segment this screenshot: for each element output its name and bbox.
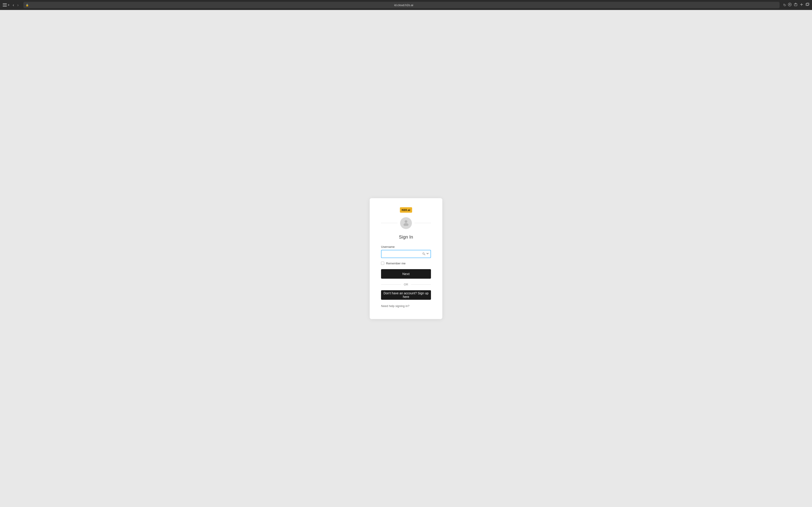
svg-rect-2: [3, 6, 7, 7]
lock-icon: 🔒: [26, 4, 29, 7]
or-line-right: [411, 284, 431, 285]
share-icon[interactable]: [794, 3, 798, 7]
reload-button[interactable]: ↻: [783, 3, 786, 7]
login-card: H2O.ai Sign In Username: [370, 198, 442, 319]
tabs-icon[interactable]: [806, 3, 809, 7]
svg-rect-1: [3, 5, 7, 5]
svg-point-8: [404, 223, 408, 226]
svg-rect-0: [3, 3, 7, 4]
remember-me-label[interactable]: Remember me: [386, 262, 406, 265]
logo-container: H2O.ai: [400, 207, 412, 213]
new-tab-icon[interactable]: [800, 3, 803, 7]
username-label: Username: [381, 245, 431, 248]
nav-buttons: ‹ ›: [11, 2, 20, 7]
address-bar[interactable]: 🔒 id.cloud.h2o.ai: [23, 2, 779, 8]
next-button[interactable]: Next: [381, 269, 431, 279]
sidebar-toggle[interactable]: [3, 3, 10, 7]
username-form-group: Username: [381, 245, 431, 258]
user-icon: [403, 219, 409, 227]
svg-point-7: [405, 220, 407, 223]
forward-button[interactable]: ›: [16, 2, 20, 7]
or-divider: OR: [381, 283, 431, 286]
help-link[interactable]: Need help signing in?: [381, 304, 409, 308]
signup-button[interactable]: Don't have an account? Sign up here: [381, 290, 431, 300]
username-input-wrapper: [381, 250, 431, 258]
back-button[interactable]: ‹: [11, 2, 15, 7]
sign-in-title: Sign In: [399, 234, 413, 240]
download-icon[interactable]: [788, 3, 792, 7]
avatar-section: [381, 217, 431, 229]
browser-chrome: ‹ › 🔒 id.cloud.h2o.ai ↻: [0, 0, 812, 10]
page-content: H2O.ai Sign In Username: [0, 10, 812, 507]
remember-me-section: Remember me: [381, 262, 431, 265]
remember-me-checkbox[interactable]: [381, 262, 384, 265]
avatar-circle: [400, 217, 412, 229]
key-icon[interactable]: [422, 252, 429, 256]
or-text: OR: [401, 283, 411, 286]
or-line-left: [381, 284, 401, 285]
browser-actions: [788, 3, 809, 7]
h2o-logo: H2O.ai: [400, 207, 412, 213]
url-text: id.cloud.h2o.ai: [30, 3, 777, 7]
